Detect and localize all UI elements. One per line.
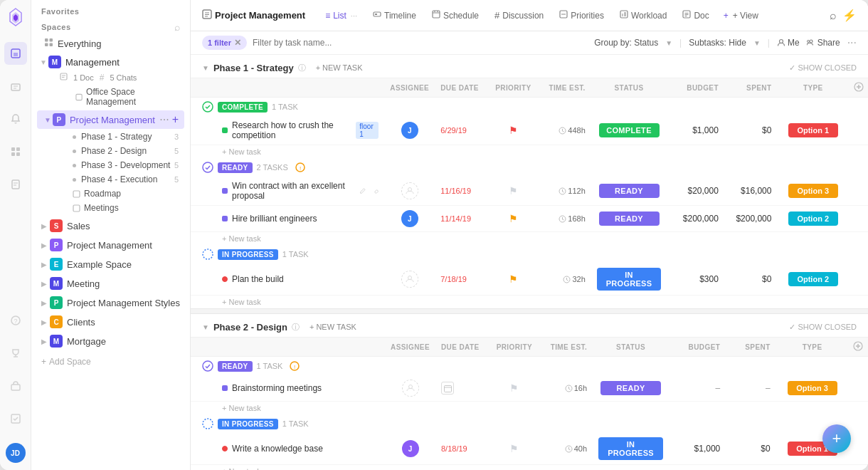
- pm-active-header[interactable]: ▼ P Project Management ··· +: [37, 110, 184, 129]
- task-row-win-contract[interactable]: Win contract with an excellent proposal: [191, 177, 868, 206]
- sidebar-icon-bag[interactable]: [4, 375, 27, 397]
- nav-pm2[interactable]: ▶ P Project Management: [34, 236, 187, 254]
- tab-list[interactable]: ≡ List ···: [318, 6, 364, 25]
- filter-badge[interactable]: 1 filter ✕: [202, 36, 247, 50]
- sidebar-icon-bell[interactable]: [4, 108, 27, 130]
- show-closed-btn[interactable]: ✓ SHOW CLOSED: [789, 63, 857, 73]
- pm-options-icon[interactable]: ···: [159, 113, 169, 126]
- tab-list-dots[interactable]: ···: [351, 11, 357, 20]
- filter-sep2: |: [768, 38, 770, 48]
- filter-input[interactable]: [253, 38, 588, 48]
- sidebar-icon-home[interactable]: [4, 42, 27, 65]
- svg-rect-21: [73, 191, 80, 197]
- new-task-inprogress-row[interactable]: + New task: [191, 296, 868, 309]
- sidebar-icon-inbox[interactable]: [4, 75, 27, 98]
- svg-text:?: ?: [14, 318, 17, 325]
- more-options-icon[interactable]: ···: [847, 36, 857, 49]
- add-view-btn[interactable]: + + View: [718, 8, 764, 24]
- task-row-research[interactable]: Research how to crush the competition fl…: [191, 116, 868, 145]
- nav-clients[interactable]: ▶ C Clients: [34, 313, 187, 331]
- subtasks-label[interactable]: Subtasks: Hide: [689, 38, 746, 48]
- inprogress-group-header[interactable]: IN PROGRESS 1 TASK: [191, 245, 868, 263]
- nav-phase2[interactable]: Phase 2 - Design 5: [54, 144, 184, 158]
- breadcrumb: Project Management: [202, 9, 305, 21]
- p2-inprogress-group-header[interactable]: IN PROGRESS 1 TASK: [191, 414, 868, 433]
- phase1-new-task-btn[interactable]: + NEW TASK: [310, 62, 369, 73]
- nav-everything[interactable]: Everything: [34, 35, 187, 52]
- phase2-info-icon[interactable]: ⓘ: [292, 322, 300, 333]
- discussion-icon: #: [494, 10, 499, 21]
- sidebar-icon-help[interactable]: ?: [4, 309, 27, 332]
- col2-header-add[interactable]: [849, 338, 868, 357]
- budget-brainstorm: –: [669, 375, 726, 402]
- pm-add-icon[interactable]: +: [172, 113, 179, 126]
- add-view-plus: +: [724, 11, 729, 21]
- status-knowledge: IN PROGRESS: [598, 437, 663, 460]
- me-label[interactable]: Me: [777, 38, 800, 48]
- tab-discussion[interactable]: # Discussion: [487, 6, 551, 25]
- nav-phase1[interactable]: Phase 1 - Strategy 3: [54, 130, 184, 144]
- management-group: ▼ M Management 1 Doc # 5 Chats Office Sp…: [34, 53, 187, 109]
- ready-group-header[interactable]: READY 2 TASKS !: [191, 158, 868, 177]
- sidebar-icon-trophy[interactable]: [4, 342, 27, 365]
- new-task-knowledge-row[interactable]: + New task: [191, 465, 868, 471]
- new-task-brainstorm-row[interactable]: + New task: [191, 402, 868, 415]
- add-space-plus-icon: +: [41, 357, 46, 367]
- phase2-show-closed-btn[interactable]: ✓ SHOW CLOSED: [789, 323, 857, 332]
- nav-pm-styles[interactable]: ▶ P Project Management Styles: [34, 293, 187, 312]
- link-icon-contract[interactable]: [372, 187, 379, 195]
- priorities-icon: [559, 10, 568, 21]
- nav-sales[interactable]: ▶ S Sales: [34, 216, 187, 235]
- management-header[interactable]: ▼ M Management: [34, 53, 187, 70]
- assignee-empty-contract: [401, 182, 418, 199]
- edit-icon-contract[interactable]: [359, 187, 366, 195]
- nav-example[interactable]: ▶ E Example Space: [34, 255, 187, 273]
- user-avatar[interactable]: JD: [6, 443, 26, 463]
- tab-schedule[interactable]: Schedule: [425, 6, 486, 25]
- nav-meeting[interactable]: ▶ M Meeting: [34, 274, 187, 293]
- complete-group-header[interactable]: COMPLETE 1 TASK: [191, 98, 868, 117]
- task-name-research: Research how to crush the competition: [232, 120, 349, 140]
- svg-rect-19: [60, 73, 67, 80]
- tab-timeline[interactable]: Timeline: [366, 6, 423, 25]
- share-label[interactable]: Share: [807, 38, 840, 48]
- nav-phase4[interactable]: Phase 4 - Execution 5: [54, 172, 184, 187]
- phase2-toggle[interactable]: ▼: [202, 323, 209, 331]
- nav-roadmap[interactable]: Roadmap: [54, 187, 184, 201]
- task-row-hire[interactable]: Hire brilliant engineers J 11/14/19 ⚑ 16…: [191, 206, 868, 232]
- task-tag-floor: floor 1: [356, 122, 379, 139]
- nav-phase3[interactable]: Phase 3 - Development 5: [54, 158, 184, 172]
- sidebar-icon-checklist[interactable]: [4, 407, 27, 430]
- lightning-icon[interactable]: ⚡: [842, 9, 857, 22]
- nav-office-space[interactable]: Office Space Management: [57, 85, 184, 109]
- new-task-ready-row[interactable]: + New task: [191, 232, 868, 246]
- add-space-btn[interactable]: + Add Space: [31, 351, 190, 372]
- phase1-toggle[interactable]: ▼: [202, 64, 209, 72]
- filter-sep1: |: [679, 38, 682, 48]
- sales-label: Sales: [67, 221, 90, 231]
- nav-mortgage[interactable]: ▶ M Mortgage: [34, 332, 187, 350]
- spent-research: $0: [724, 116, 778, 145]
- due-plan: 7/18/19: [440, 275, 467, 283]
- task-row-plan-build[interactable]: Plan the build 7/18/19 ⚑ 32h: [191, 263, 868, 296]
- p2-ready-group-header[interactable]: READY 1 TASK !: [191, 357, 868, 376]
- nav-meetings[interactable]: Meetings: [54, 201, 184, 215]
- time-contract: 112h: [544, 187, 586, 195]
- tab-priorities[interactable]: Priorities: [552, 6, 611, 25]
- group-by-label[interactable]: Group by: Status: [594, 38, 658, 48]
- task-row-knowledge-base[interactable]: Write a knowledge base J 8/18/19 ⚑ 40h I…: [191, 433, 868, 465]
- tab-doc[interactable]: Doc: [675, 6, 716, 25]
- fab-add-btn[interactable]: +: [822, 424, 851, 453]
- sidebar-icon-grid[interactable]: [4, 140, 27, 163]
- phase1-info-icon[interactable]: ⓘ: [298, 63, 306, 73]
- task-row-brainstorm[interactable]: Brainstorming meetings: [191, 375, 868, 402]
- tab-workload[interactable]: Workload: [613, 6, 674, 25]
- search-spaces-icon[interactable]: ⌕: [174, 21, 180, 33]
- col-header-add[interactable]: [849, 78, 868, 98]
- search-icon[interactable]: ⌕: [830, 9, 837, 22]
- time-brainstorm: 16h: [544, 384, 587, 392]
- filter-clear-icon[interactable]: ✕: [234, 38, 241, 48]
- new-task-research-row[interactable]: + New task: [191, 145, 868, 159]
- phase2-new-task-btn[interactable]: + NEW TASK: [304, 321, 362, 333]
- sidebar-icon-doc[interactable]: [4, 173, 27, 196]
